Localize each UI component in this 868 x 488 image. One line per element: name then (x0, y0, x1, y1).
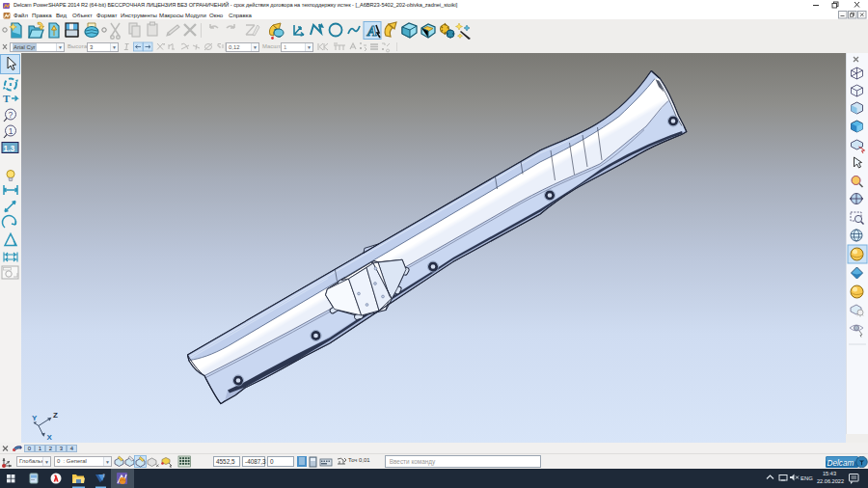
svg-text:1.3: 1.3 (4, 144, 15, 153)
svg-text:1: 1 (9, 126, 14, 136)
svg-text:T: T (3, 93, 11, 104)
svg-text:Delcam: Delcam (827, 459, 854, 468)
svg-text:?: ? (8, 110, 13, 120)
svg-text:X: X (47, 433, 53, 442)
svg-text:Y: Y (32, 414, 38, 422)
svg-text:Z: Z (53, 411, 58, 420)
